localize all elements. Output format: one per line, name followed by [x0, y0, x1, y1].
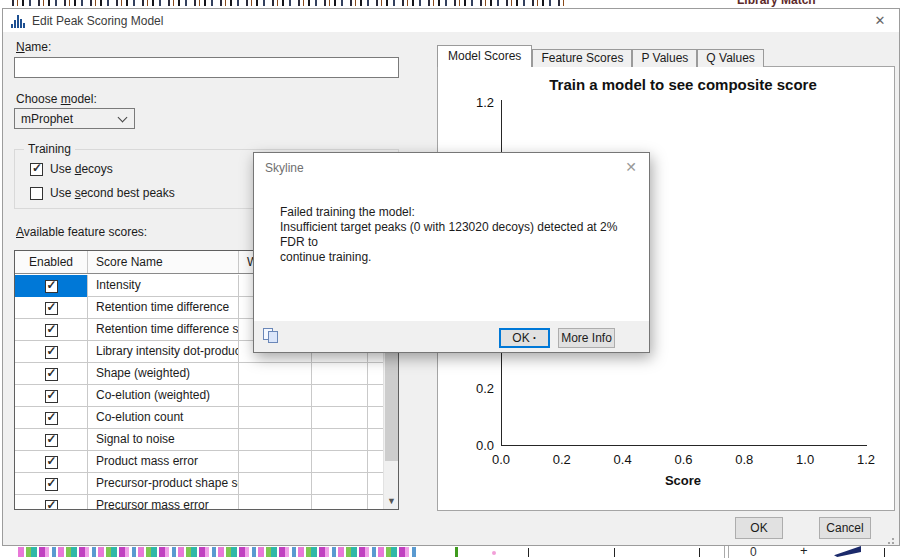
contribution-cell[interactable]: [312, 385, 368, 407]
cancel-button[interactable]: Cancel: [819, 517, 871, 539]
row-checkbox[interactable]: [45, 302, 58, 315]
contribution-cell[interactable]: [312, 495, 368, 510]
row-checkbox[interactable]: [45, 280, 58, 293]
more-info-button[interactable]: More Info: [558, 328, 615, 348]
weight-cell[interactable]: [239, 495, 312, 510]
weight-cell[interactable]: [239, 451, 312, 473]
tab-label: Model Scores: [448, 49, 521, 63]
contribution-cell[interactable]: [312, 407, 368, 429]
row-checkbox[interactable]: [45, 390, 58, 403]
training-options: Use decoys Use second best peaks: [30, 157, 175, 205]
table-row[interactable]: Shape (weighted): [15, 363, 383, 385]
row-checkbox[interactable]: [45, 368, 58, 381]
chart-x-axis: [501, 445, 867, 446]
weight-cell[interactable]: [239, 407, 312, 429]
name-input[interactable]: [14, 57, 399, 78]
row-checkbox[interactable]: [45, 478, 58, 491]
ok-button[interactable]: OK: [735, 517, 783, 539]
background-tick: [699, 548, 700, 557]
weight-cell[interactable]: [239, 473, 312, 495]
score-name-cell[interactable]: Co-elution count: [88, 407, 239, 429]
contribution-cell[interactable]: [312, 451, 368, 473]
table-row[interactable]: Co-elution count: [15, 407, 383, 429]
contribution-cell[interactable]: [312, 363, 368, 385]
score-tabs: Model Scores Feature Scores P Values Q V…: [437, 45, 764, 67]
x-axis-ticks: 0.00.20.40.60.81.01.2: [485, 452, 882, 467]
enabled-cell[interactable]: [15, 341, 88, 363]
screen: Library Match 0 + Edit Peak Scoring Mode…: [0, 0, 902, 558]
table-row[interactable]: Product mass error: [15, 451, 383, 473]
table-row[interactable]: Precursor-product shape score: [15, 473, 383, 495]
training-option[interactable]: Use decoys: [30, 157, 175, 181]
contribution-cell[interactable]: [312, 473, 368, 495]
score-name-cell[interactable]: Product mass error: [88, 451, 239, 473]
x-tick-label: 0.4: [607, 452, 639, 467]
enabled-cell[interactable]: [15, 275, 88, 297]
training-option[interactable]: Use second best peaks: [30, 181, 175, 205]
tab-label: Q Values: [706, 51, 754, 65]
error-message: Failed training the model: Insufficient …: [280, 205, 633, 265]
row-checkbox[interactable]: [45, 412, 58, 425]
enabled-cell[interactable]: [15, 363, 88, 385]
score-name-cell[interactable]: Shape (weighted): [88, 363, 239, 385]
enabled-cell[interactable]: [15, 319, 88, 341]
score-name-cell[interactable]: Precursor mass error: [88, 495, 239, 510]
copy-icon[interactable]: [263, 328, 280, 344]
score-name-cell[interactable]: Intensity: [88, 275, 239, 297]
row-checkbox[interactable]: [45, 500, 58, 511]
enabled-cell[interactable]: [15, 473, 88, 495]
row-checkbox[interactable]: [45, 434, 58, 447]
background-green-mark: [455, 547, 458, 557]
score-name-cell[interactable]: Retention time difference: [88, 297, 239, 319]
background-pink-dot: [492, 551, 496, 555]
skyline-alert-dialog: Skyline ✕ Failed training the model: Ins…: [253, 152, 650, 353]
row-checkbox[interactable]: [45, 456, 58, 469]
contribution-cell[interactable]: [312, 429, 368, 451]
enabled-cell[interactable]: [15, 429, 88, 451]
weight-cell[interactable]: [239, 429, 312, 451]
enabled-cell[interactable]: [15, 451, 88, 473]
score-name-cell[interactable]: Co-elution (weighted): [88, 385, 239, 407]
choose-model-label: Choose model:: [16, 92, 97, 106]
score-name-cell[interactable]: Precursor-product shape score: [88, 473, 239, 495]
score-name-cell[interactable]: Signal to noise: [88, 429, 239, 451]
table-row[interactable]: Co-elution (weighted): [15, 385, 383, 407]
enabled-cell[interactable]: [15, 297, 88, 319]
y-tick-label: 0.2: [476, 381, 494, 396]
modal-ok-label: OK: [512, 331, 529, 345]
row-checkbox[interactable]: [45, 346, 58, 359]
close-icon[interactable]: ✕: [871, 12, 889, 30]
row-checkbox[interactable]: [45, 324, 58, 337]
chart-title: Train a model to see composite score: [483, 76, 883, 93]
scroll-down-icon[interactable]: ▼: [384, 494, 399, 509]
score-name-cell[interactable]: Retention time difference squared: [88, 319, 239, 341]
tab[interactable]: Q Values: [697, 49, 763, 67]
table-row[interactable]: Precursor mass error: [15, 495, 383, 510]
model-select[interactable]: mProphet: [14, 108, 135, 129]
tab[interactable]: Model Scores: [437, 45, 532, 67]
chevron-down-icon: [118, 113, 128, 123]
score-name-cell[interactable]: Library intensity dot-product: [88, 341, 239, 363]
modal-close-icon[interactable]: ✕: [622, 158, 640, 176]
enabled-cell[interactable]: [15, 407, 88, 429]
background-library-match-title: Library Match: [737, 0, 877, 7]
y-tick-label: 0.0: [476, 438, 494, 453]
checkbox[interactable]: [30, 163, 43, 176]
dialog-titlebar[interactable]: Edit Peak Scoring Model ✕: [3, 9, 899, 32]
tab[interactable]: Feature Scores: [532, 49, 632, 67]
resize-grip[interactable]: [887, 535, 896, 544]
header-score-name[interactable]: Score Name: [88, 251, 239, 273]
weight-cell[interactable]: [239, 363, 312, 385]
x-tick-label: 0.6: [667, 452, 699, 467]
tab[interactable]: P Values: [632, 49, 697, 67]
model-selected-value: mProphet: [21, 112, 73, 126]
modal-ok-button[interactable]: OK ·: [499, 328, 550, 348]
x-tick-label: 0.8: [728, 452, 760, 467]
header-enabled[interactable]: Enabled: [15, 251, 88, 273]
weight-cell[interactable]: [239, 385, 312, 407]
checkbox[interactable]: [30, 187, 43, 200]
modal-title: Skyline: [265, 161, 304, 175]
enabled-cell[interactable]: [15, 495, 88, 510]
enabled-cell[interactable]: [15, 385, 88, 407]
table-row[interactable]: Signal to noise: [15, 429, 383, 451]
